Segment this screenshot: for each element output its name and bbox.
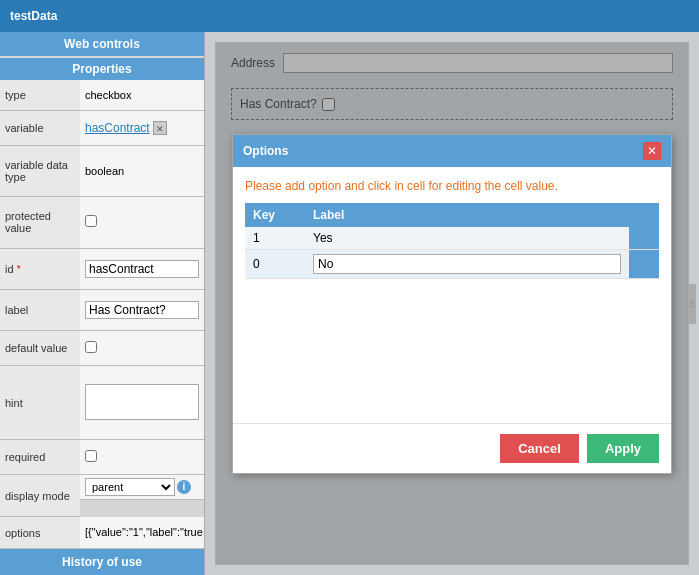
prop-id-label: id * bbox=[0, 248, 80, 289]
prop-type-label: type bbox=[0, 80, 80, 111]
prop-variable-label: variable bbox=[0, 111, 80, 146]
option-label-no[interactable] bbox=[305, 249, 629, 278]
table-row: type checkbox bbox=[0, 80, 204, 111]
modal-title: Options bbox=[243, 144, 288, 158]
prop-options-value: [{"value":"1","label":"true bbox=[80, 517, 204, 549]
option-label-input[interactable] bbox=[313, 254, 621, 274]
modal-header: Options ✕ bbox=[233, 135, 671, 167]
table-row: variable hasContract ✕ bbox=[0, 111, 204, 146]
title-bar: testData bbox=[0, 0, 699, 32]
variable-link[interactable]: hasContract bbox=[85, 121, 150, 135]
web-controls-header: Web controls bbox=[0, 32, 204, 56]
prop-required-label: required bbox=[0, 440, 80, 475]
col-spacer-header bbox=[629, 203, 659, 227]
table-row: label bbox=[0, 289, 204, 330]
info-icon: i bbox=[177, 480, 191, 494]
display-mode-select[interactable]: parent bbox=[85, 478, 175, 496]
table-row: options [{"value":"1","label":"true bbox=[0, 517, 204, 549]
option-key-0: 0 bbox=[245, 249, 305, 278]
prop-vartype-label: variable data type bbox=[0, 145, 80, 196]
table-row: variable data type boolean bbox=[0, 145, 204, 196]
drag-dots-icon: ⋮ bbox=[688, 300, 696, 308]
table-row: default value bbox=[0, 331, 204, 366]
prop-vartype-value: boolean bbox=[80, 145, 204, 196]
prop-protected-label: protected value bbox=[0, 197, 80, 248]
prop-type-value: checkbox bbox=[80, 80, 204, 111]
right-panel-inner: Address Has Contract? ⋮ Options ✕ bbox=[215, 42, 689, 565]
properties-table: type checkbox variable hasContract ✕ var… bbox=[0, 80, 204, 549]
default-value-checkbox[interactable] bbox=[85, 341, 97, 353]
prop-protected-value bbox=[80, 197, 204, 248]
col-key-header: Key bbox=[245, 203, 305, 227]
label-input[interactable] bbox=[85, 301, 199, 319]
prop-default-label: default value bbox=[0, 331, 80, 366]
option-label-yes: Yes bbox=[305, 227, 629, 250]
table-row: id * bbox=[0, 248, 204, 289]
modal-footer: Cancel Apply bbox=[233, 423, 671, 473]
required-checkbox[interactable] bbox=[85, 450, 97, 462]
option-key-1: 1 bbox=[245, 227, 305, 250]
prop-id-value bbox=[80, 248, 204, 289]
apply-button[interactable]: Apply bbox=[587, 434, 659, 463]
table-row: display mode parent i bbox=[0, 475, 204, 517]
right-panel: Address Has Contract? ⋮ Options ✕ bbox=[205, 32, 699, 575]
prop-default-value bbox=[80, 331, 204, 366]
prop-hint-value bbox=[80, 366, 204, 440]
modal-overlay: Options ✕ Please add option and click in… bbox=[216, 43, 688, 564]
table-row: protected value bbox=[0, 197, 204, 248]
prop-label-value bbox=[80, 289, 204, 330]
prop-displaymode-label: display mode bbox=[0, 475, 80, 517]
table-row: hint bbox=[0, 366, 204, 440]
required-star: * bbox=[17, 264, 21, 275]
prop-variable-value: hasContract ✕ bbox=[80, 111, 204, 146]
table-row: 0 bbox=[245, 249, 659, 278]
col-label-header: Label bbox=[305, 203, 629, 227]
left-panel: Web controls Properties type checkbox va… bbox=[0, 32, 205, 575]
variable-clear-button[interactable]: ✕ bbox=[153, 121, 167, 135]
options-modal: Options ✕ Please add option and click in… bbox=[232, 134, 672, 474]
properties-header: Properties bbox=[0, 58, 204, 80]
modal-close-button[interactable]: ✕ bbox=[643, 142, 661, 160]
prop-hint-label: hint bbox=[0, 366, 80, 440]
options-table: Key Label 1 Yes bbox=[245, 203, 659, 279]
cancel-button[interactable]: Cancel bbox=[500, 434, 579, 463]
prop-displaymode-value: parent i bbox=[80, 475, 204, 500]
table-row: 1 Yes bbox=[245, 227, 659, 250]
drag-handle[interactable]: ⋮ bbox=[688, 284, 696, 324]
modal-body: Please add option and click in cell for … bbox=[233, 167, 671, 423]
prop-required-value bbox=[80, 440, 204, 475]
table-row: required bbox=[0, 440, 204, 475]
id-input[interactable] bbox=[85, 260, 199, 278]
protected-value-checkbox[interactable] bbox=[85, 215, 97, 227]
option-action-1[interactable] bbox=[629, 227, 659, 250]
app-title: testData bbox=[10, 9, 57, 23]
hint-textarea[interactable] bbox=[85, 384, 199, 420]
option-action-0[interactable] bbox=[629, 249, 659, 278]
prop-label-label: label bbox=[0, 289, 80, 330]
prop-options-label: options bbox=[0, 517, 80, 549]
history-of-use-button[interactable]: History of use bbox=[0, 549, 204, 575]
modal-instruction: Please add option and click in cell for … bbox=[245, 179, 659, 193]
